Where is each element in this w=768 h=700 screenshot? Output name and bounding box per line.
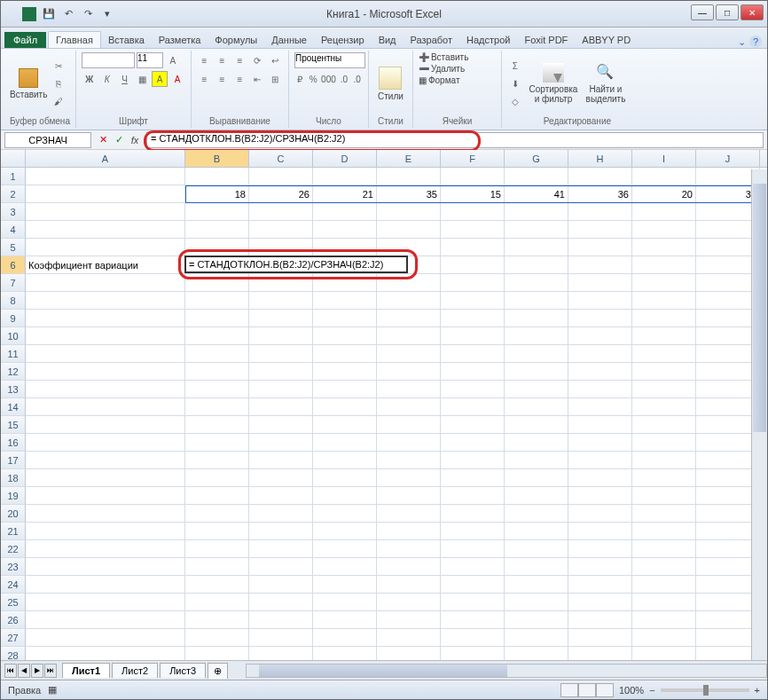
cell-E19[interactable] [377, 487, 441, 505]
cell-B16[interactable] [185, 434, 249, 452]
cell-D18[interactable] [313, 469, 377, 487]
row-header-2[interactable]: 2 [1, 185, 26, 203]
cell-D24[interactable] [313, 576, 377, 594]
row-header-7[interactable]: 7 [1, 274, 26, 292]
cell-C16[interactable] [249, 434, 313, 452]
row-header-12[interactable]: 12 [1, 363, 26, 381]
cell-F3[interactable] [441, 203, 505, 221]
row-header-8[interactable]: 8 [1, 292, 26, 310]
cell-C1[interactable] [249, 168, 313, 185]
cell-F5[interactable] [441, 239, 505, 256]
cell-H5[interactable] [568, 239, 632, 256]
cell-A16[interactable] [26, 434, 185, 452]
col-header-f[interactable]: F [441, 150, 505, 167]
cell-F10[interactable] [441, 327, 505, 345]
cell-D25[interactable] [313, 594, 377, 611]
tab-abbyy[interactable]: ABBYY PD [575, 32, 638, 48]
cell-C17[interactable] [249, 452, 313, 469]
cell-A26[interactable] [26, 611, 185, 629]
cell-G21[interactable] [505, 523, 568, 540]
cell-H16[interactable] [568, 434, 632, 452]
cell-E24[interactable] [377, 576, 441, 594]
ribbon-minimize-icon[interactable]: ⌄ [738, 36, 746, 48]
cell-B7[interactable] [185, 274, 249, 292]
cell-A8[interactable] [26, 292, 185, 310]
cell-D14[interactable] [313, 398, 377, 416]
col-header-e[interactable]: E [377, 150, 441, 167]
cell-G13[interactable] [505, 381, 568, 398]
cell-H21[interactable] [568, 523, 632, 540]
paste-button[interactable]: Вставить [10, 68, 47, 99]
format-painter-icon[interactable]: 🖌 [51, 93, 67, 109]
align-center-icon[interactable]: ≡ [214, 71, 230, 87]
sheet-tab-1[interactable]: Лист1 [62, 663, 110, 678]
cell-E8[interactable] [377, 292, 441, 310]
cell-H13[interactable] [568, 381, 632, 398]
row-header-27[interactable]: 27 [1, 629, 26, 647]
cell-G5[interactable] [505, 239, 568, 256]
cell-B2[interactable]: 18 [185, 185, 249, 203]
cell-B27[interactable] [185, 629, 249, 647]
cell-F26[interactable] [441, 611, 505, 629]
format-cell-button[interactable]: Формат [428, 75, 460, 85]
cell-G15[interactable] [505, 416, 568, 434]
help-icon[interactable]: ? [749, 35, 762, 48]
row-header-3[interactable]: 3 [1, 203, 26, 221]
row-header-10[interactable]: 10 [1, 327, 26, 345]
row-header-5[interactable]: 5 [1, 239, 26, 256]
cell-D9[interactable] [313, 310, 377, 327]
cell-F7[interactable] [441, 274, 505, 292]
cell-H1[interactable] [568, 168, 632, 185]
styles-button[interactable]: Стили [378, 67, 404, 101]
cell-F27[interactable] [441, 629, 505, 647]
cell-E13[interactable] [377, 381, 441, 398]
cell-E16[interactable] [377, 434, 441, 452]
cell-G24[interactable] [505, 576, 568, 594]
cell-D8[interactable] [313, 292, 377, 310]
cell-C11[interactable] [249, 345, 313, 363]
cell-H8[interactable] [568, 292, 632, 310]
hscroll-thumb[interactable] [259, 665, 507, 677]
fill-icon[interactable]: ⬇ [507, 75, 523, 91]
cell-E10[interactable] [377, 327, 441, 345]
cell-A12[interactable] [26, 363, 185, 381]
col-header-j[interactable]: J [696, 150, 760, 167]
cell-D21[interactable] [313, 523, 377, 540]
cell-D19[interactable] [313, 487, 377, 505]
cell-B24[interactable] [185, 576, 249, 594]
cell-G3[interactable] [505, 203, 568, 221]
align-right-icon[interactable]: ≡ [231, 71, 247, 87]
cell-I23[interactable] [632, 558, 696, 576]
cell-E20[interactable] [377, 505, 441, 523]
zoom-slider[interactable] [661, 688, 749, 692]
cell-A9[interactable] [26, 310, 185, 327]
cell-F8[interactable] [441, 292, 505, 310]
cell-A17[interactable] [26, 452, 185, 469]
cell-G26[interactable] [505, 611, 568, 629]
bold-button[interactable]: Ж [82, 71, 98, 87]
cell-F12[interactable] [441, 363, 505, 381]
sort-filter-button[interactable]: Сортировка и фильтр [527, 63, 580, 104]
cell-E5[interactable] [377, 239, 441, 256]
tab-developer[interactable]: Разработ [404, 32, 459, 48]
cell-D16[interactable] [313, 434, 377, 452]
cell-D12[interactable] [313, 363, 377, 381]
tab-addins[interactable]: Надстрой [459, 32, 517, 48]
cell-I5[interactable] [632, 239, 696, 256]
cell-G19[interactable] [505, 487, 568, 505]
cell-C26[interactable] [249, 611, 313, 629]
dec-decimal-icon[interactable]: .0 [351, 71, 363, 87]
row-header-16[interactable]: 16 [1, 434, 26, 452]
cell-E14[interactable] [377, 398, 441, 416]
autosum-icon[interactable]: Σ [507, 58, 523, 74]
indent-dec-icon[interactable]: ⇤ [249, 71, 265, 87]
cell-C4[interactable] [249, 221, 313, 239]
cell-D15[interactable] [313, 416, 377, 434]
col-header-a[interactable]: A [26, 150, 185, 167]
cell-D11[interactable] [313, 345, 377, 363]
cell-H14[interactable] [568, 398, 632, 416]
cell-E17[interactable] [377, 452, 441, 469]
cell-I8[interactable] [632, 292, 696, 310]
view-layout-icon[interactable] [578, 683, 596, 697]
row-header-19[interactable]: 19 [1, 487, 26, 505]
